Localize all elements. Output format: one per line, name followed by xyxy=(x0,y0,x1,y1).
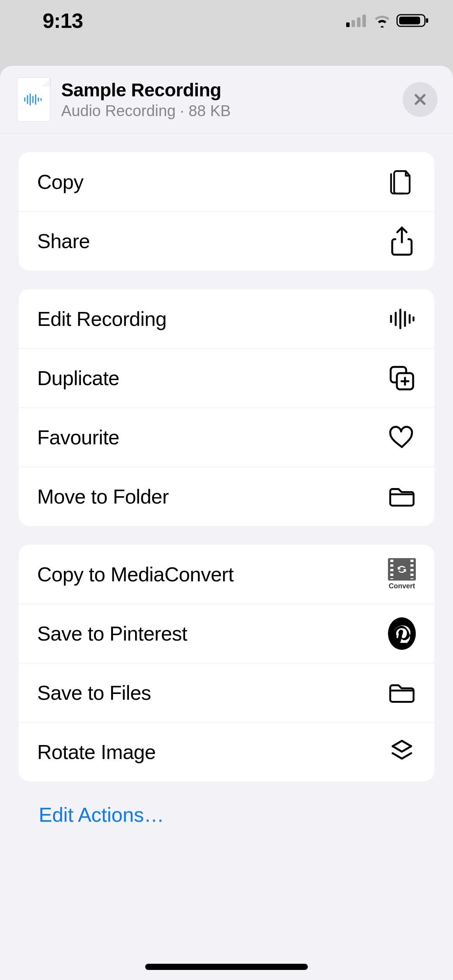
close-icon xyxy=(412,92,428,107)
shortcuts-icon xyxy=(388,738,416,766)
action-label: Favourite xyxy=(37,426,119,449)
waveform-icon xyxy=(23,93,44,106)
file-subtitle: Audio Recording · 88 KB xyxy=(61,102,403,120)
move-to-folder-action[interactable]: Move to Folder xyxy=(19,467,434,526)
status-bar: 9:13 xyxy=(0,0,453,41)
action-label: Rotate Image xyxy=(37,740,156,764)
save-to-pinterest-action[interactable]: Save to Pinterest xyxy=(19,604,434,663)
mediaconvert-icon: Convert xyxy=(388,558,416,590)
file-title: Sample Recording xyxy=(61,79,403,101)
copy-to-mediaconvert-action[interactable]: Copy to MediaConvert Convert xyxy=(19,545,434,604)
file-thumbnail xyxy=(17,77,50,122)
svg-rect-3 xyxy=(362,15,366,27)
mediaconvert-caption: Convert xyxy=(389,582,415,590)
action-group-2: Edit Recording Duplicate xyxy=(19,289,434,526)
copy-icon xyxy=(388,167,416,197)
status-time: 9:13 xyxy=(43,9,83,33)
pinterest-icon xyxy=(388,617,416,650)
heart-icon xyxy=(388,425,416,449)
edit-actions-link[interactable]: Edit Actions… xyxy=(19,800,434,826)
duplicate-action[interactable]: Duplicate xyxy=(19,348,434,408)
svg-rect-0 xyxy=(346,22,350,27)
folder-icon xyxy=(388,682,416,704)
close-button[interactable] xyxy=(403,82,438,117)
action-label: Edit Recording xyxy=(37,307,166,331)
svg-rect-2 xyxy=(357,17,360,27)
action-label: Copy xyxy=(37,170,83,194)
share-sheet: Sample Recording Audio Recording · 88 KB… xyxy=(0,66,453,980)
action-label: Save to Files xyxy=(37,681,151,704)
action-group-3: Copy to MediaConvert Convert Save to Pin… xyxy=(19,545,434,781)
wifi-icon xyxy=(372,14,392,27)
copy-action[interactable]: Copy xyxy=(19,152,434,211)
action-label: Duplicate xyxy=(37,367,119,390)
home-indicator[interactable] xyxy=(145,964,308,970)
edit-recording-action[interactable]: Edit Recording xyxy=(19,289,434,348)
rotate-image-action[interactable]: Rotate Image xyxy=(19,722,434,781)
duplicate-icon xyxy=(388,365,416,392)
favourite-action[interactable]: Favourite xyxy=(19,408,434,467)
cellular-icon xyxy=(346,14,368,27)
action-label: Share xyxy=(37,230,90,253)
action-label: Move to Folder xyxy=(37,485,169,508)
share-icon xyxy=(388,226,416,256)
action-label: Copy to MediaConvert xyxy=(37,563,233,586)
svg-rect-1 xyxy=(352,20,355,27)
folder-icon xyxy=(388,486,416,507)
svg-rect-5 xyxy=(399,17,420,24)
save-to-files-action[interactable]: Save to Files xyxy=(19,663,434,722)
waveform-icon xyxy=(388,308,416,330)
battery-icon xyxy=(396,13,430,28)
action-group-1: Copy Share xyxy=(19,152,434,271)
sheet-header: Sample Recording Audio Recording · 88 KB xyxy=(0,66,453,134)
action-label: Save to Pinterest xyxy=(37,622,187,645)
status-indicators xyxy=(346,13,430,28)
share-action[interactable]: Share xyxy=(19,211,434,271)
sheet-body: Copy Share xyxy=(0,134,453,826)
svg-rect-6 xyxy=(426,18,428,23)
